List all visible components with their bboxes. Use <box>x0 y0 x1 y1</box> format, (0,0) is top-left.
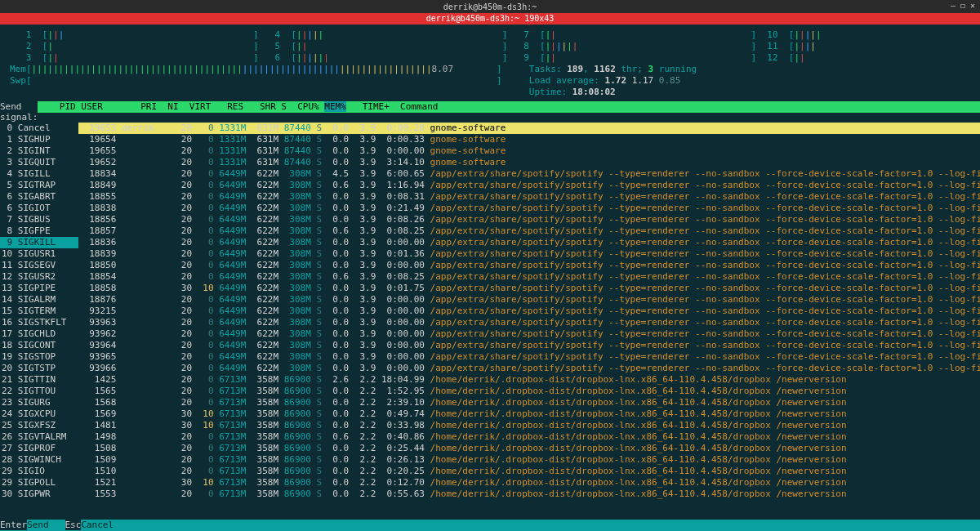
signal-item[interactable]: 3 SIGQUIT <box>0 157 78 168</box>
process-row[interactable]: 18849 20 0 6449M 622M 308M S 0.6 3.9 1:1… <box>78 180 980 191</box>
process-list[interactable]: 19653 derrik 20 0 1331M 631M 87440 S 0.0… <box>78 123 980 531</box>
columns-header: PID USER PRI NI VIRT RES SHR S CPU% MEM%… <box>38 101 980 113</box>
signal-item[interactable]: 10 SIGUSR1 <box>0 248 78 260</box>
process-row[interactable]: 18856 20 0 6449M 622M 308M S 0.0 3.9 0:0… <box>78 214 980 225</box>
meters-panel: 1 [||| ] 4 [||||| ] 7 [|| ] 10 [||||| ] … <box>0 25 980 101</box>
tab-title[interactable]: derrik@b450m-ds3h:~ 190x43 <box>426 14 555 23</box>
signal-item[interactable]: 12 SIGUSR2 <box>0 271 78 283</box>
process-row[interactable]: 1521 30 10 6713M 358M 86900 S 0.0 2.2 0:… <box>78 477 980 489</box>
action-cancel: Cancel <box>81 520 114 530</box>
process-row[interactable]: 18855 20 0 6449M 622M 308M S 0.0 3.9 0:0… <box>78 191 980 203</box>
signal-list[interactable]: 0 Cancel 1 SIGHUP 2 SIGINT 3 SIGQUIT 4 S… <box>0 123 78 531</box>
signal-item[interactable]: 9 SIGKILL <box>0 237 78 248</box>
process-row[interactable]: 18839 20 0 6449M 622M 308M S 0.0 3.9 0:0… <box>78 248 980 260</box>
signal-item[interactable]: 29 SIGPOLL <box>0 477 78 489</box>
process-row[interactable]: 93966 20 0 6449M 622M 308M S 0.0 3.9 0:0… <box>78 363 980 374</box>
window-titlebar: derrik@b450m-ds3h:~ — ◻ ✕ <box>0 0 980 13</box>
process-row[interactable]: 1568 20 0 6713M 358M 86900 S 0.0 2.2 2:3… <box>78 397 980 408</box>
process-row[interactable]: 18857 20 0 6449M 622M 308M S 0.6 3.9 0:0… <box>78 225 980 237</box>
window-title: derrik@b450m-ds3h:~ <box>443 2 537 11</box>
process-row[interactable]: 1508 20 0 6713M 358M 86900 S 0.0 2.2 0:2… <box>78 443 980 454</box>
signal-item[interactable]: 7 SIGBUS <box>0 214 78 225</box>
process-row[interactable]: 1481 30 10 6713M 358M 86900 S 0.0 2.2 0:… <box>78 420 980 431</box>
signal-item[interactable]: 17 SIGCHLD <box>0 328 78 340</box>
action-send: Send <box>27 520 49 530</box>
signal-item[interactable]: 13 SIGPIPE <box>0 283 78 294</box>
signal-item[interactable]: 25 SIGXFSZ <box>0 420 78 431</box>
process-row[interactable]: 19653 derrik 20 0 1331M 631M 87440 S 0.0… <box>78 123 980 134</box>
signal-item[interactable]: 4 SIGILL <box>0 168 78 180</box>
signal-prompt: Send signal: <box>0 101 38 123</box>
process-row[interactable]: 93964 20 0 6449M 622M 308M S 0.0 3.9 0:0… <box>78 340 980 351</box>
process-row[interactable]: 19652 20 0 1331M 631M 87440 S 0.0 3.9 3:… <box>78 157 980 168</box>
process-row[interactable]: 93965 20 0 6449M 622M 308M S 0.0 3.9 0:0… <box>78 351 980 363</box>
signal-item[interactable]: 18 SIGCONT <box>0 340 78 351</box>
signal-item[interactable]: 6 SIGABRT <box>0 191 78 203</box>
process-row[interactable]: 1498 20 0 6713M 358M 86900 S 0.6 2.2 0:4… <box>78 431 980 443</box>
signal-item[interactable]: 1 SIGHUP <box>0 134 78 145</box>
signal-item[interactable]: 15 SIGTERM <box>0 306 78 317</box>
process-row[interactable]: 18858 30 10 6449M 622M 308M S 0.0 3.9 0:… <box>78 283 980 294</box>
process-row[interactable]: 18836 20 0 6449M 622M 308M S 0.0 3.9 0:0… <box>78 237 980 248</box>
process-row[interactable]: 1510 20 0 6713M 358M 86900 S 0.0 2.2 0:2… <box>78 466 980 477</box>
process-row[interactable]: 93963 20 0 6449M 622M 308M S 0.0 3.9 0:0… <box>78 317 980 328</box>
process-row[interactable]: 1553 20 0 6713M 358M 86900 S 0.0 2.2 0:5… <box>78 489 980 500</box>
process-row[interactable]: 1565 20 0 6713M 358M 86900 S 0.0 2.2 1:5… <box>78 386 980 397</box>
process-row[interactable]: 18850 20 0 6449M 622M 308M S 0.0 3.9 0:0… <box>78 260 980 271</box>
signal-item[interactable]: 30 SIGPWR <box>0 489 78 500</box>
close-icon[interactable]: ✕ <box>970 1 975 10</box>
signal-item[interactable]: 0 Cancel <box>0 123 78 134</box>
signal-item[interactable]: 24 SIGXCPU <box>0 408 78 420</box>
signal-item[interactable]: 16 SIGSTKFLT <box>0 317 78 328</box>
signal-item[interactable]: 14 SIGALRM <box>0 294 78 306</box>
signal-item[interactable]: 28 SIGWINCH <box>0 454 78 466</box>
process-row[interactable]: 19655 20 0 1331M 631M 87440 S 0.0 3.9 0:… <box>78 145 980 157</box>
signal-item[interactable]: 19 SIGSTOP <box>0 351 78 363</box>
process-row[interactable]: 18876 20 0 6449M 622M 308M S 0.0 3.9 0:0… <box>78 294 980 306</box>
process-row[interactable]: 18834 20 0 6449M 622M 308M S 4.5 3.9 6:0… <box>78 168 980 180</box>
footer-bar: EnterSend EscCancel <box>0 520 980 531</box>
tab-bar: derrik@b450m-ds3h:~ 190x43 <box>0 13 980 25</box>
process-row[interactable]: 18854 20 0 6449M 622M 308M S 0.6 3.9 0:0… <box>78 271 980 283</box>
signal-item[interactable]: 21 SIGTTIN <box>0 374 78 386</box>
signal-item[interactable]: 8 SIGFPE <box>0 225 78 237</box>
signal-item[interactable]: 5 SIGTRAP <box>0 180 78 191</box>
minimize-icon[interactable]: — <box>951 1 956 10</box>
signal-item[interactable]: 11 SIGSEGV <box>0 260 78 271</box>
signal-item[interactable]: 29 SIGIO <box>0 466 78 477</box>
process-row[interactable]: 1509 20 0 6713M 358M 86900 S 0.0 2.2 0:2… <box>78 454 980 466</box>
process-row[interactable]: 1569 30 10 6713M 358M 86900 S 0.0 2.2 0:… <box>78 408 980 420</box>
maximize-icon[interactable]: ◻ <box>960 1 965 10</box>
signal-item[interactable]: 22 SIGTTOU <box>0 386 78 397</box>
signal-item[interactable]: 2 SIGINT <box>0 145 78 157</box>
key-esc[interactable]: Esc <box>65 520 82 530</box>
process-row[interactable]: 93962 20 0 6449M 622M 308M S 0.0 3.9 0:0… <box>78 328 980 340</box>
key-enter[interactable]: Enter <box>0 520 27 530</box>
process-row[interactable]: 18838 20 0 6449M 622M 308M S 0.0 3.9 0:2… <box>78 203 980 214</box>
process-row[interactable]: 93215 20 0 6449M 622M 308M S 0.0 3.9 0:0… <box>78 306 980 317</box>
signal-item[interactable]: 26 SIGVTALRM <box>0 431 78 443</box>
process-row[interactable]: 1425 20 0 6713M 358M 86900 S 2.6 2.2 18:… <box>78 374 980 386</box>
process-row[interactable]: 19654 20 0 1331M 631M 87440 S 0.0 3.9 0:… <box>78 134 980 145</box>
signal-item[interactable]: 6 SIGIOT <box>0 203 78 214</box>
signal-item[interactable]: 27 SIGPROF <box>0 443 78 454</box>
signal-item[interactable]: 23 SIGURG <box>0 397 78 408</box>
signal-item[interactable]: 20 SIGTSTP <box>0 363 78 374</box>
